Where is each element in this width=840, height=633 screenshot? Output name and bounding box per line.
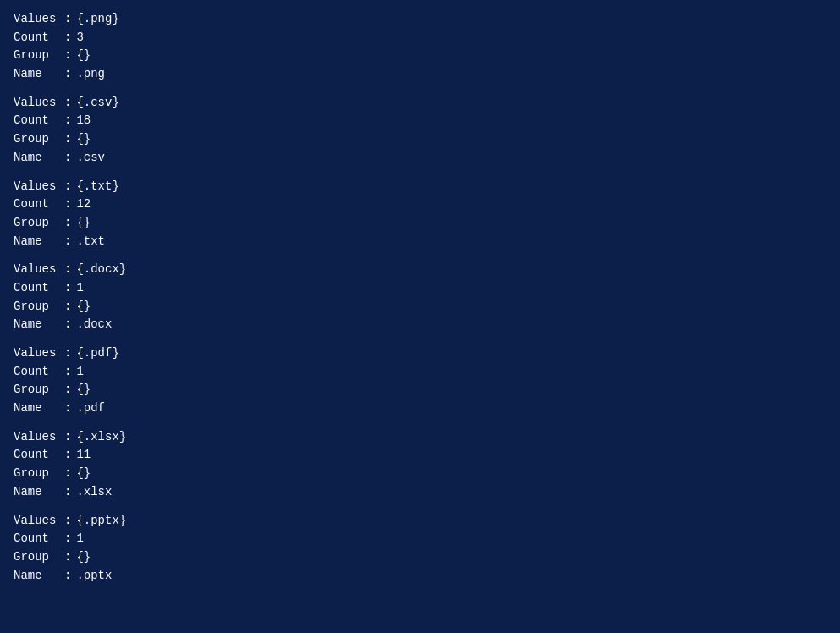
line-key: Count [14,195,64,214]
line-colon: : [64,530,71,548]
line-key: Values [14,428,64,447]
line-value: .docx [76,316,112,334]
line-key: Group [14,381,64,399]
terminal-entry: Values: {.csv}Count: 18Group: {}Name: .c… [14,94,826,168]
terminal-line: Count: 1 [14,530,826,548]
line-value: .xlsx [76,483,112,502]
line-colon: : [64,130,71,149]
line-value: 11 [76,446,91,465]
line-value: 18 [76,112,91,130]
line-value: .csv [76,149,105,168]
line-key: Values [14,261,64,279]
line-colon: : [64,195,71,214]
terminal-line: Group: {} [14,381,826,399]
terminal-entry: Values: {.xlsx}Count: 11Group: {}Name: .… [14,428,826,502]
line-value: {} [76,548,91,567]
line-key: Group [14,214,64,233]
line-key: Count [14,446,64,465]
line-key: Group [14,548,64,567]
terminal-line: Count: 1 [14,279,826,298]
line-colon: : [64,298,71,316]
terminal-line: Name: .csv [14,149,826,168]
terminal-line: Group: {} [14,214,826,233]
terminal-line: Count: 11 [14,446,826,465]
line-value: .png [76,65,105,84]
line-value: 1 [76,279,83,298]
line-key: Name [14,399,64,418]
line-colon: : [64,47,71,65]
line-colon: : [64,279,71,298]
line-key: Values [14,178,64,196]
line-value: .pdf [76,399,105,418]
terminal-line: Count: 12 [14,195,826,214]
line-colon: : [64,149,71,168]
line-colon: : [64,10,71,29]
terminal-line: Values: {.docx} [14,261,826,279]
terminal-line: Group: {} [14,298,826,316]
line-colon: : [64,316,71,334]
terminal-line: Count: 3 [14,29,826,47]
line-key: Name [14,65,64,84]
line-value: .txt [76,233,105,251]
line-value: {} [76,465,91,483]
line-value: .pptx [76,567,112,586]
terminal-entry: Values: {.pptx}Count: 1Group: {}Name: .p… [14,512,826,586]
terminal-line: Values: {.txt} [14,178,826,196]
line-colon: : [64,446,71,465]
line-colon: : [64,548,71,567]
line-value: {} [76,47,91,65]
terminal-line: Values: {.xlsx} [14,428,826,447]
terminal-line: Values: {.pdf} [14,344,826,363]
terminal-line: Group: {} [14,548,826,567]
line-value: {.pptx} [76,512,126,531]
line-key: Group [14,130,64,149]
line-key: Count [14,530,64,548]
terminal-line: Values: {.csv} [14,94,826,113]
line-value: {.txt} [76,178,118,196]
terminal-line: Values: {.pptx} [14,512,826,531]
line-value: 1 [76,530,83,548]
line-key: Count [14,112,64,130]
terminal-entry: Values: {.png}Count: 3Group: {}Name: .pn… [14,10,826,84]
terminal-line: Name: .docx [14,316,826,334]
terminal-entry: Values: {.docx}Count: 1Group: {}Name: .d… [14,261,826,334]
line-colon: : [64,94,71,113]
line-colon: : [64,381,71,399]
terminal-entry: Values: {.pdf}Count: 1Group: {}Name: .pd… [14,344,826,418]
line-colon: : [64,428,71,447]
line-key: Name [14,483,64,502]
line-value: 12 [76,195,91,214]
line-colon: : [64,261,71,279]
line-value: {.png} [76,10,118,29]
line-value: {} [76,298,91,316]
line-key: Name [14,233,64,251]
line-value: {.pdf} [76,344,118,363]
terminal-line: Values: {.png} [14,10,826,29]
line-colon: : [64,29,71,47]
line-key: Values [14,94,64,113]
terminal-line: Count: 18 [14,112,826,130]
line-value: {.csv} [76,94,118,113]
line-key: Name [14,149,64,168]
line-value: {.xlsx} [76,428,126,447]
line-key: Group [14,47,64,65]
terminal-line: Group: {} [14,465,826,483]
line-value: 1 [76,363,83,382]
line-value: {} [76,214,91,233]
line-key: Name [14,316,64,334]
line-key: Group [14,465,64,483]
line-colon: : [64,178,71,196]
line-colon: : [64,65,71,84]
terminal-line: Count: 1 [14,363,826,382]
line-colon: : [64,344,71,363]
line-colon: : [64,512,71,531]
line-colon: : [64,567,71,586]
line-colon: : [64,214,71,233]
line-colon: : [64,363,71,382]
line-value: 3 [76,29,83,47]
terminal-output: Values: {.png}Count: 3Group: {}Name: .pn… [0,0,840,633]
line-key: Values [14,344,64,363]
line-value: {} [76,130,91,149]
terminal-line: Name: .pdf [14,399,826,418]
line-key: Count [14,29,64,47]
